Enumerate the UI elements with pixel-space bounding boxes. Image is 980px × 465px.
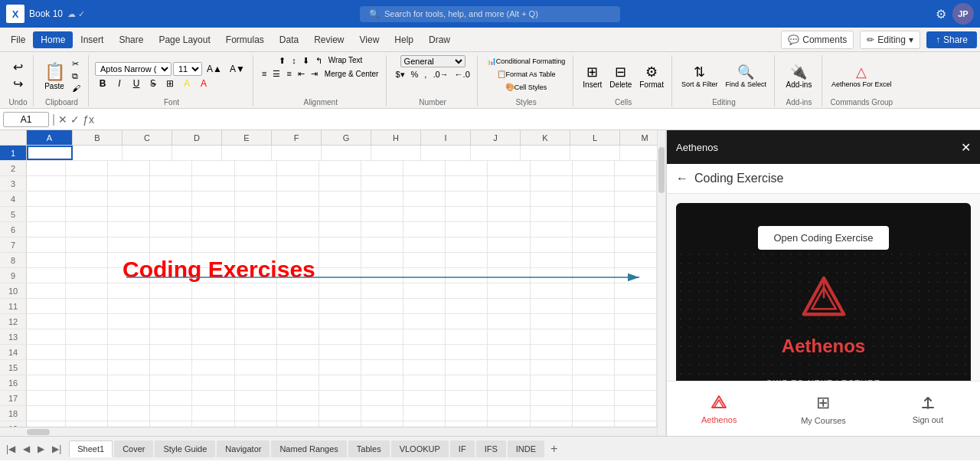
col-header-J[interactable]: J [471, 130, 521, 145]
menu-draw[interactable]: Draw [421, 31, 458, 48]
menu-home[interactable]: Home [33, 31, 73, 48]
increase-decimal-button[interactable]: .0→ [430, 69, 450, 80]
sheet-tab-navigator[interactable]: Navigator [217, 440, 270, 457]
border-button[interactable]: ⊞ [162, 77, 178, 90]
cancel-formula-icon[interactable]: ✕ [58, 113, 67, 126]
close-panel-button[interactable]: ✕ [961, 140, 971, 155]
col-header-H[interactable]: H [371, 130, 421, 145]
search-bar[interactable]: 🔍 Search for tools, help, and more (Alt … [360, 6, 620, 22]
col-header-M[interactable]: M [620, 130, 657, 145]
redo-button[interactable]: ↪ [8, 77, 29, 92]
menu-share[interactable]: Share [111, 31, 151, 48]
undo-button[interactable]: ↩ [8, 60, 29, 75]
merge-center-button[interactable]: Merge & Center [322, 68, 382, 80]
cell-M1[interactable] [620, 146, 657, 160]
strikethrough-button[interactable]: S̶ [145, 77, 161, 90]
align-top-button[interactable]: ⬆ [276, 55, 288, 67]
sheet-nav-last[interactable]: ▶| [49, 442, 64, 456]
cell-H1[interactable] [371, 146, 421, 160]
font-size-select[interactable]: 11 [173, 62, 202, 76]
sheet-nav-prev[interactable]: ◀ [20, 442, 33, 456]
font-name-select[interactable]: Aptos Narrow (Bo... [95, 62, 172, 76]
menu-view[interactable]: View [352, 31, 387, 48]
col-header-F[interactable]: F [272, 130, 322, 145]
decrease-font-button[interactable]: A▼ [227, 62, 248, 76]
align-middle-button[interactable]: ↕ [289, 55, 299, 67]
underline-button[interactable]: U [129, 77, 144, 90]
sheet-tab-ifs[interactable]: IFS [476, 440, 506, 457]
vertical-scrollbar[interactable] [657, 130, 666, 436]
align-right-button[interactable]: ≡ [284, 68, 293, 80]
sheet-tab-inde[interactable]: INDE [508, 440, 544, 457]
nav-item-aethenos[interactable]: Aethenos [667, 381, 771, 436]
format-cells-button[interactable]: ⚙ Format [636, 62, 667, 90]
bold-button[interactable]: B [95, 77, 110, 90]
percent-button[interactable]: % [409, 69, 421, 80]
nav-item-my-courses[interactable]: ⊞ My Courses [771, 381, 875, 436]
editing-button[interactable]: ✏ Editing ▾ [860, 31, 920, 49]
skip-to-next-lecture-button[interactable]: SKIP TO NEXT LECTURE [760, 372, 887, 381]
col-header-C[interactable]: C [122, 130, 172, 145]
open-coding-exercise-button[interactable]: Open Coding Exercise [758, 226, 888, 250]
insert-function-icon[interactable]: ƒx [83, 113, 94, 126]
col-header-E[interactable]: E [222, 130, 272, 145]
format-as-table-button[interactable]: 📋 Format As Table [494, 68, 559, 80]
paste-button[interactable]: 📋 Paste [41, 61, 68, 92]
find-select-button[interactable]: 🔍 Find & Select [722, 62, 769, 90]
copy-button[interactable]: ⧉ [70, 70, 83, 82]
addins-button[interactable]: 🔌 Add-ins [783, 62, 815, 90]
italic-button[interactable]: I [112, 77, 127, 90]
decrease-decimal-button[interactable]: ←.0 [452, 69, 472, 80]
decrease-indent-button[interactable]: ⇤ [296, 68, 307, 80]
add-sheet-button[interactable]: + [546, 442, 562, 456]
insert-cells-button[interactable]: ⊞ Insert [580, 62, 605, 90]
cut-button[interactable]: ✂ [70, 58, 83, 70]
sheet-nav-first[interactable]: |◀ [3, 442, 18, 456]
fill-color-button[interactable]: A [179, 77, 194, 90]
align-left-button[interactable]: ≡ [260, 68, 269, 80]
font-color-button[interactable]: A [196, 77, 211, 90]
cell-L1[interactable] [570, 146, 620, 160]
wrap-text-button[interactable]: Wrap Text [326, 55, 365, 67]
align-bottom-button[interactable]: ⬇ [300, 55, 312, 67]
increase-font-button[interactable]: A▲ [204, 62, 225, 76]
cell-A1[interactable] [27, 146, 73, 160]
align-center-button[interactable]: ☰ [270, 68, 283, 80]
sheet-tab-if[interactable]: IF [450, 440, 475, 457]
nav-item-sign-out[interactable]: Sign out [876, 381, 980, 436]
cell-G1[interactable] [322, 146, 371, 160]
text-direction-button[interactable]: ↰ [313, 55, 325, 67]
menu-file[interactable]: File [3, 31, 33, 48]
cell-B1[interactable] [73, 146, 122, 160]
col-header-I[interactable]: I [421, 130, 471, 145]
sheet-tab-sheet1[interactable]: Sheet1 [69, 440, 113, 457]
cell-J1[interactable] [471, 146, 521, 160]
currency-button[interactable]: $▾ [393, 69, 407, 80]
menu-review[interactable]: Review [306, 31, 351, 48]
share-button[interactable]: ↑ Share [926, 31, 977, 48]
sheet-tab-named-ranges[interactable]: Named Ranges [271, 440, 346, 457]
sheet-tab-style-guide[interactable]: Style Guide [155, 440, 215, 457]
col-header-D[interactable]: D [172, 130, 222, 145]
menu-help[interactable]: Help [387, 31, 421, 48]
back-arrow-button[interactable]: ← [676, 172, 688, 185]
user-avatar[interactable]: JP [952, 3, 974, 25]
sheet-tab-tables[interactable]: Tables [348, 440, 390, 457]
menu-data[interactable]: Data [272, 31, 306, 48]
horizontal-scrollbar[interactable] [0, 427, 657, 436]
formula-input[interactable] [97, 113, 977, 126]
col-header-G[interactable]: G [322, 130, 371, 145]
col-header-K[interactable]: K [521, 130, 570, 145]
sort-filter-button[interactable]: ⇅ Sort & Filter [678, 62, 721, 90]
confirm-formula-icon[interactable]: ✓ [70, 113, 80, 126]
menu-insert[interactable]: Insert [73, 31, 111, 48]
settings-icon[interactable]: ⚙ [936, 7, 946, 21]
sheet-nav-next[interactable]: ▶ [34, 442, 47, 456]
conditional-formatting-button[interactable]: 📊 Conditional Formatting [484, 55, 569, 67]
cell-C1[interactable] [122, 146, 172, 160]
format-painter-button[interactable]: 🖌 [70, 83, 83, 93]
col-header-A[interactable]: A [27, 130, 73, 145]
aethenos-excel-button[interactable]: △ Aethenos For Excel [828, 62, 895, 90]
cell-E1[interactable] [222, 146, 272, 160]
col-header-L[interactable]: L [570, 130, 620, 145]
